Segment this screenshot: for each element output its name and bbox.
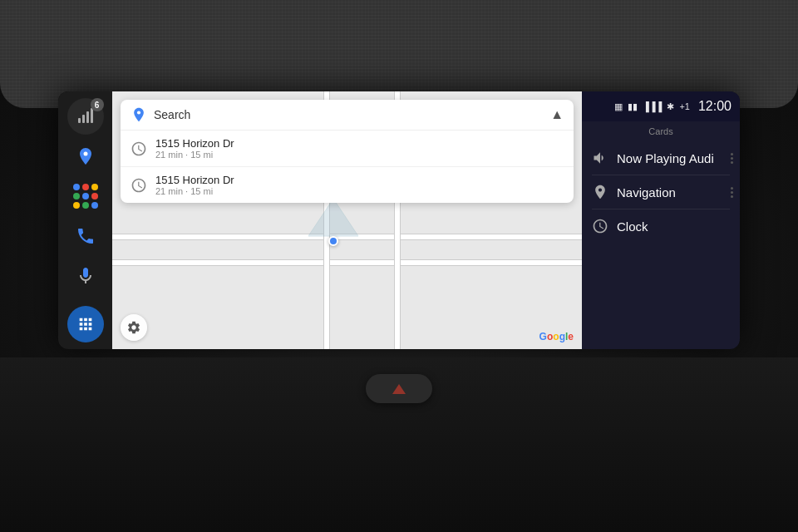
status-time: 12:00 — [698, 99, 732, 114]
svg-marker-5 — [308, 199, 358, 236]
plus-one-icon: +1 — [679, 101, 690, 111]
google-logo: Google — [539, 331, 574, 342]
car-background: Search ▲ 1515 Horizon Dr 21 min · 15 mi — [0, 0, 798, 532]
card-text-clock: Clock — [617, 219, 648, 234]
sidebar-item-phone[interactable] — [67, 218, 104, 254]
apps-grid-icon — [76, 315, 95, 333]
volume-icon — [592, 150, 608, 166]
search-maps-icon — [131, 106, 147, 123]
clock-result-icon-2 — [131, 177, 147, 194]
right-panel: ▦ ▮▮ ▐▐▐ ✱ +1 12:00 Cards Now Playing Au… — [582, 91, 740, 349]
result-title-2: 1515 Horizon Dr — [155, 174, 234, 186]
status-bar: ▦ ▮▮ ▐▐▐ ✱ +1 12:00 — [582, 91, 740, 121]
svg-point-4 — [83, 152, 87, 156]
bluetooth-icon: ✱ — [667, 101, 674, 112]
signal-status-icon: ▐▐▐ — [643, 101, 662, 111]
result-subtitle-1: 21 min · 15 mi — [155, 150, 234, 160]
battery-icon: ▮▮ — [628, 101, 638, 112]
svg-point-6 — [137, 111, 140, 114]
svg-rect-0 — [78, 118, 81, 123]
gear-icon — [126, 320, 141, 335]
svg-rect-2 — [86, 111, 89, 123]
result-title-1: 1515 Horizon Dr — [155, 137, 234, 150]
result-subtitle-2: 21 min · 15 mi — [155, 186, 234, 196]
sidebar-item-apps[interactable] — [67, 306, 104, 342]
map-road-h2 — [112, 259, 582, 266]
card-item-navigation[interactable]: Navigation — [582, 175, 740, 209]
navigation-icon — [592, 184, 608, 200]
search-bar[interactable]: Search ▲ — [121, 100, 574, 131]
sidebar-item-notification[interactable] — [67, 98, 104, 135]
card-more-navigation[interactable] — [731, 187, 733, 198]
clock-icon — [592, 218, 608, 234]
wifi-icon: ▦ — [614, 101, 623, 112]
search-text: Search — [154, 108, 544, 121]
screen-bezel: Search ▲ 1515 Horizon Dr 21 min · 15 mi — [58, 91, 740, 349]
result-text-1: 1515 Horizon Dr 21 min · 15 mi — [155, 137, 234, 160]
sidebar — [58, 91, 112, 349]
signal-icon — [76, 106, 96, 126]
svg-rect-1 — [82, 115, 85, 123]
card-text-now-playing: Now Playing Audi — [617, 151, 714, 165]
mic-icon — [76, 266, 96, 286]
map-area: Search ▲ 1515 Horizon Dr 21 min · 15 mi — [112, 91, 582, 349]
cards-label: Cards — [582, 121, 740, 141]
chevron-up-icon[interactable]: ▲ — [550, 107, 564, 122]
search-result-1[interactable]: 1515 Horizon Dr 21 min · 15 mi — [121, 131, 574, 167]
maps-icon — [76, 146, 96, 166]
card-text-navigation: Navigation — [617, 185, 676, 200]
clock-result-icon-1 — [131, 140, 147, 157]
sidebar-item-google-assistant[interactable] — [67, 178, 104, 214]
dashboard-bottom — [0, 357, 798, 532]
sidebar-item-maps[interactable] — [67, 138, 104, 175]
location-dot — [328, 236, 338, 246]
phone-icon — [76, 226, 96, 246]
svg-rect-3 — [91, 108, 93, 123]
hazard-icon — [392, 384, 406, 394]
card-more-now-playing[interactable] — [731, 153, 733, 164]
search-result-2[interactable]: 1515 Horizon Dr 21 min · 15 mi — [121, 167, 574, 203]
card-item-clock[interactable]: Clock — [582, 209, 740, 243]
map-settings-button[interactable] — [121, 314, 147, 341]
dots-grid-icon — [73, 184, 98, 209]
search-panel: Search ▲ 1515 Horizon Dr 21 min · 15 mi — [121, 100, 574, 203]
sidebar-item-microphone[interactable] — [67, 258, 104, 294]
center-control[interactable] — [366, 374, 432, 403]
result-text-2: 1515 Horizon Dr 21 min · 15 mi — [155, 174, 234, 196]
card-item-now-playing[interactable]: Now Playing Audi — [582, 141, 740, 175]
